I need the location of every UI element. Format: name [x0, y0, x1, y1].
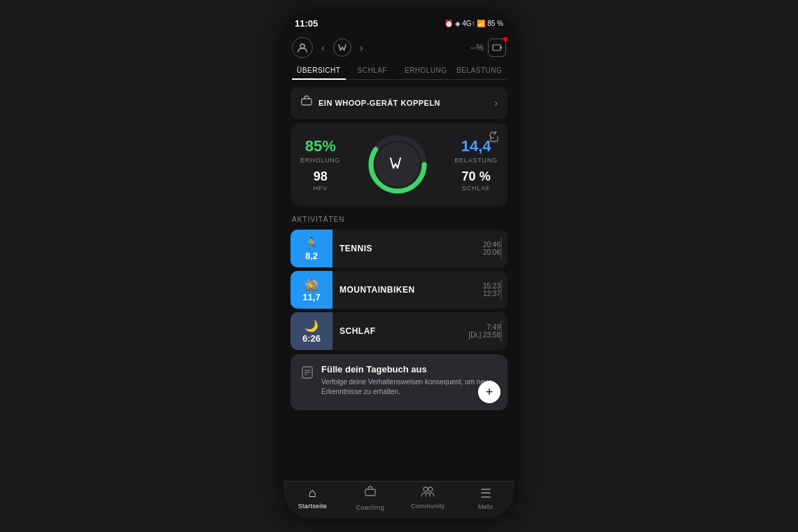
tennis-value: 8,2 — [305, 251, 318, 261]
activity-divider-sleep — [500, 321, 502, 342]
recovery-label: ERHOLUNG — [300, 157, 340, 164]
mehr-icon: ☰ — [480, 486, 491, 501]
content: EIN WHOOP-GERÄT KOPPELN › 85% ERHOLUNG — [284, 80, 514, 481]
activity-divider-tennis — [500, 238, 502, 259]
tab-schlaf[interactable]: SCHLAF — [346, 62, 400, 79]
mountainbike-name: MOUNTAINBIKEN — [340, 285, 476, 295]
ring-center — [375, 142, 420, 187]
recovery-value: 85% — [300, 137, 340, 155]
tennis-time-end: 20:46 — [483, 241, 500, 248]
coaching-icon — [364, 486, 377, 502]
sleep-name: SCHLAF — [340, 326, 461, 336]
activity-meta-tennis: 20:46 20:06 — [483, 241, 500, 256]
activity-badge-tennis: 🏃 8,2 — [290, 230, 332, 267]
next-arrow[interactable]: › — [357, 39, 366, 56]
activity-sleep[interactable]: 🌙 6:26 SCHLAF 7:49 [Di.] 23:58 — [290, 312, 507, 350]
activity-meta-mountainbike: 15:23 12:37 — [483, 282, 500, 298]
nav-tabs: ÜBERSICHT SCHLAF ERHOLUNG BELASTUNG — [292, 62, 506, 80]
sleep-badge-icon: 🌙 — [304, 319, 318, 332]
diary-icon — [300, 365, 314, 383]
hrv-value: 98 — [300, 169, 340, 184]
diary-description: Verfolge deine Verhaltensweisen konseque… — [321, 377, 498, 397]
activity-info-mountainbike: MOUNTAINBIKEN — [332, 285, 483, 295]
header-right: --% — [470, 38, 506, 57]
mehr-label: Mehr — [478, 503, 493, 510]
sleep-badge-value: 6:26 — [302, 333, 321, 344]
nav-startseite[interactable]: ⌂ Startseite — [284, 486, 342, 511]
header: ‹ › --% — [284, 33, 514, 80]
mountainbike-time-end: 15:23 — [483, 282, 500, 290]
coaching-label: Coaching — [356, 504, 384, 511]
community-label: Community — [411, 503, 444, 510]
phone-frame: 11:05 ⏰ ◈ 4G↑ 📶 85 % ‹ — [284, 14, 514, 518]
ring-w-label — [389, 157, 406, 173]
svg-point-14 — [428, 487, 433, 491]
tennis-icon: 🏃 — [304, 237, 318, 250]
activity-badge-sleep: 🌙 6:26 — [290, 312, 332, 350]
stats-left: 85% ERHOLUNG 98 HFV — [300, 137, 340, 192]
activity-tennis[interactable]: 🏃 8,2 TENNIS 20:46 20:06 — [290, 230, 507, 267]
sleep-label: SCHLAF — [454, 185, 498, 192]
battery-icon — [488, 38, 506, 57]
community-icon — [421, 486, 435, 500]
activity-badge-mountainbike: 🚵 11,7 — [290, 271, 332, 309]
tab-ubersicht[interactable]: ÜBERSICHT — [292, 62, 346, 80]
bottom-nav: ⌂ Startseite Coaching — [284, 481, 514, 518]
strain-label: BELASTUNG — [454, 157, 498, 164]
nav-mehr[interactable]: ☰ Mehr — [457, 486, 515, 511]
tab-belastung[interactable]: BELASTUNG — [453, 62, 507, 79]
status-time: 11:05 — [295, 18, 318, 29]
connect-banner[interactable]: EIN WHOOP-GERÄT KOPPELN › — [290, 87, 507, 119]
stats-layout: 85% ERHOLUNG 98 HFV — [300, 133, 498, 196]
nav-community[interactable]: Community — [399, 486, 457, 511]
hrv-label: HFV — [300, 185, 340, 192]
ring-chart — [366, 133, 429, 196]
activity-info-sleep: SCHLAF — [332, 326, 468, 336]
sleep-time-start: [Di.] 23:58 — [468, 331, 500, 339]
connect-text: EIN WHOOP-GERÄT KOPPELN — [318, 99, 440, 107]
whoop-icon — [333, 38, 351, 57]
svg-rect-2 — [500, 47, 502, 49]
mountainbike-time-start: 12:37 — [483, 290, 500, 298]
share-button[interactable] — [488, 132, 499, 146]
percent-label: --% — [470, 43, 484, 52]
diary-plus-button[interactable]: + — [478, 381, 500, 403]
stats-card: 85% ERHOLUNG 98 HFV — [290, 123, 507, 206]
prev-arrow[interactable]: ‹ — [318, 39, 328, 56]
header-left: ‹ › — [292, 37, 365, 58]
app-container: ‹ › --% — [284, 33, 514, 518]
status-battery: ⏰ ◈ 4G↑ 📶 85 % — [444, 20, 503, 27]
avatar-button[interactable] — [292, 37, 313, 58]
battery-dot — [503, 37, 507, 41]
status-bar: 11:05 ⏰ ◈ 4G↑ 📶 85 % — [284, 14, 514, 33]
header-top: ‹ › --% — [292, 37, 506, 58]
home-label: Startseite — [298, 503, 327, 510]
diary-text: Fülle dein Tagebuch aus Verfolge deine V… — [321, 364, 498, 397]
svg-point-0 — [300, 44, 304, 48]
sleep-value: 70 % — [454, 169, 498, 184]
nav-coaching[interactable]: Coaching — [342, 486, 400, 511]
diary-card: Fülle dein Tagebuch aus Verfolge deine V… — [290, 354, 507, 410]
mountainbike-icon: 🚵 — [304, 278, 318, 291]
mountainbike-value: 11,7 — [302, 292, 320, 302]
sleep-time-end: 7:49 — [487, 323, 500, 331]
svg-rect-12 — [365, 489, 375, 496]
connect-arrow-icon: › — [494, 97, 498, 108]
tennis-time-start: 20:06 — [483, 248, 500, 256]
status-icons: ⏰ ◈ 4G↑ 📶 85 % — [444, 20, 503, 27]
connect-icon — [300, 95, 313, 111]
activity-divider-mountainbike — [500, 279, 502, 300]
diary-title: Fülle dein Tagebuch aus — [321, 364, 498, 374]
tennis-name: TENNIS — [340, 244, 476, 253]
activity-mountainbike[interactable]: 🚵 11,7 MOUNTAINBIKEN 15:23 12:37 — [290, 271, 507, 309]
activity-info-tennis: TENNIS — [332, 244, 483, 253]
home-icon: ⌂ — [309, 486, 316, 500]
tab-erholung[interactable]: ERHOLUNG — [399, 62, 453, 79]
activities-title: AKTIVITÄTEN — [284, 210, 514, 226]
svg-rect-3 — [302, 99, 312, 105]
svg-rect-1 — [493, 45, 500, 50]
activity-meta-sleep: 7:49 [Di.] 23:58 — [468, 323, 500, 339]
svg-point-13 — [424, 487, 428, 491]
